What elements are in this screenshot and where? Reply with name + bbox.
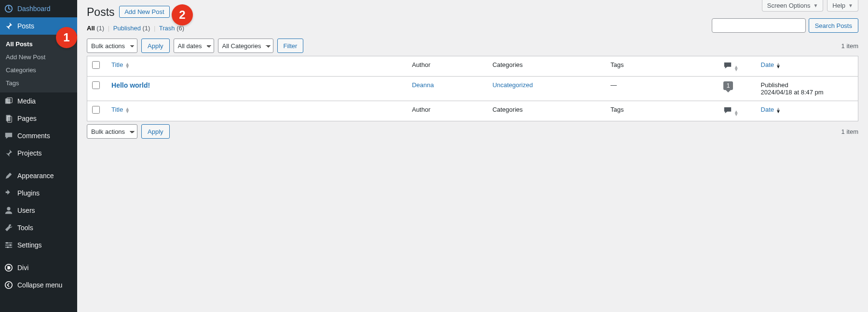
menu-dashboard-label: Dashboard xyxy=(17,5,51,13)
screen-options-button[interactable]: Screen Options ▼ xyxy=(762,0,824,12)
filter-trash[interactable]: Trash xyxy=(159,25,175,32)
post-category-link[interactable]: Uncategorized xyxy=(492,81,533,89)
search-input[interactable] xyxy=(712,18,806,33)
media-icon xyxy=(4,96,14,106)
col-comments[interactable]: ▲▼ xyxy=(719,56,756,77)
select-row-checkbox[interactable] xyxy=(92,81,100,89)
submenu-categories[interactable]: Categories xyxy=(0,64,77,77)
submenu-add-new[interactable]: Add New Post xyxy=(0,51,77,64)
users-icon xyxy=(4,206,14,215)
filter-all[interactable]: All xyxy=(87,25,95,32)
menu-users-label: Users xyxy=(17,207,35,214)
menu-settings-label: Settings xyxy=(17,241,42,249)
item-count-top: 1 item xyxy=(841,42,858,50)
menu-tools[interactable]: Tools xyxy=(0,219,77,236)
filter-published[interactable]: Published xyxy=(113,25,141,32)
col-author: Author xyxy=(407,56,488,77)
comments-icon xyxy=(4,131,14,141)
search-posts-button[interactable]: Search Posts xyxy=(809,18,858,33)
filter-published-count: (1) xyxy=(143,25,150,32)
svg-point-13 xyxy=(5,282,12,288)
pin-icon xyxy=(4,21,14,31)
menu-media[interactable]: Media xyxy=(0,92,77,110)
select-all-top[interactable] xyxy=(92,61,100,69)
dashboard-icon xyxy=(4,4,14,13)
bulk-actions-select-bottom[interactable]: Bulk actions xyxy=(87,124,137,139)
menu-pages[interactable]: Pages xyxy=(0,110,77,127)
svg-point-11 xyxy=(7,247,9,248)
menu-appearance[interactable]: Appearance xyxy=(0,167,77,184)
svg-point-9 xyxy=(6,242,8,244)
col-comments-foot[interactable]: ▲▼ xyxy=(719,101,756,121)
menu-dashboard[interactable]: Dashboard xyxy=(0,0,77,17)
caret-down-icon: ▼ xyxy=(813,3,818,8)
menu-projects-label: Projects xyxy=(17,149,42,157)
col-date-foot[interactable]: Date▲▼ xyxy=(756,101,858,121)
menu-projects[interactable]: Projects xyxy=(0,144,77,162)
comment-count-bubble[interactable]: 1 xyxy=(723,81,733,90)
filter-all-count: (1) xyxy=(96,25,104,32)
menu-users[interactable]: Users xyxy=(0,202,77,219)
dates-filter-select[interactable]: All dates xyxy=(174,39,214,53)
col-title-foot[interactable]: Title▲▼ xyxy=(107,101,407,121)
sort-icon: ▲▼ xyxy=(734,65,739,71)
sort-icon: ▲▼ xyxy=(776,63,781,68)
callout-2: 2 xyxy=(172,4,193,26)
apply-button-top[interactable]: Apply xyxy=(141,39,170,53)
pages-icon xyxy=(4,114,14,123)
sort-icon: ▲▼ xyxy=(125,63,130,68)
post-title-link[interactable]: Hello world! xyxy=(111,81,150,89)
sort-icon: ▲▼ xyxy=(125,107,130,113)
col-author-foot: Author xyxy=(407,101,488,121)
bulk-actions-select-top[interactable]: Bulk actions xyxy=(87,39,137,53)
menu-settings[interactable]: Settings xyxy=(0,236,77,254)
divi-icon xyxy=(4,263,14,273)
add-new-post-button[interactable]: Add New Post xyxy=(119,6,169,18)
filter-button[interactable]: Filter xyxy=(277,39,304,53)
page-title: Posts xyxy=(87,0,115,21)
item-count-bottom: 1 item xyxy=(841,128,858,135)
submenu-tags[interactable]: Tags xyxy=(0,77,77,90)
screen-options-label: Screen Options xyxy=(767,2,811,9)
screen-meta-links: Screen Options ▼ Help ▼ xyxy=(752,0,868,12)
apply-button-bottom[interactable]: Apply xyxy=(141,124,170,139)
menu-posts-label: Posts xyxy=(17,22,34,30)
menu-collapse-label: Collapse menu xyxy=(17,281,62,289)
svg-point-10 xyxy=(10,244,12,246)
svg-point-5 xyxy=(7,207,10,210)
svg-rect-3 xyxy=(6,115,11,121)
table-row: Hello world! Deanna Uncategorized — 1 Pu… xyxy=(87,77,858,101)
comment-icon xyxy=(723,61,732,70)
select-all-bottom[interactable] xyxy=(92,106,100,114)
comment-icon xyxy=(723,106,732,115)
plugins-icon xyxy=(4,188,14,198)
sort-icon: ▲▼ xyxy=(776,107,781,113)
sort-icon: ▲▼ xyxy=(734,110,739,116)
post-date: Published 2024/04/18 at 8:47 pm xyxy=(756,77,858,101)
post-author-link[interactable]: Deanna xyxy=(412,81,434,89)
tablenav-bottom: Bulk actions Apply 1 item xyxy=(87,121,858,142)
col-categories-foot: Categories xyxy=(488,101,606,121)
col-tags-foot: Tags xyxy=(606,101,719,121)
menu-divi[interactable]: Divi xyxy=(0,259,77,276)
menu-appearance-label: Appearance xyxy=(17,172,54,180)
tools-icon xyxy=(4,223,14,233)
col-title[interactable]: Title▲▼ xyxy=(107,56,407,77)
categories-filter-select[interactable]: All Categories xyxy=(218,39,273,53)
settings-icon xyxy=(4,240,14,250)
col-date[interactable]: Date▲▼ xyxy=(756,56,858,77)
main-content: Screen Options ▼ Help ▼ Posts Add New Po… xyxy=(77,0,868,312)
menu-comments[interactable]: Comments xyxy=(0,127,77,144)
help-button[interactable]: Help ▼ xyxy=(827,0,858,12)
col-tags: Tags xyxy=(606,56,719,77)
menu-plugins[interactable]: Plugins xyxy=(0,184,77,202)
menu-collapse[interactable]: Collapse menu xyxy=(0,276,77,294)
collapse-icon xyxy=(4,280,14,290)
col-categories: Categories xyxy=(488,56,606,77)
menu-plugins-label: Plugins xyxy=(17,189,40,197)
menu-divi-label: Divi xyxy=(17,264,28,272)
tablenav-top: Bulk actions Apply All dates All Categor… xyxy=(87,36,858,56)
menu-pages-label: Pages xyxy=(17,115,37,122)
callout-1: 1 xyxy=(56,27,77,48)
appearance-icon xyxy=(4,171,14,181)
